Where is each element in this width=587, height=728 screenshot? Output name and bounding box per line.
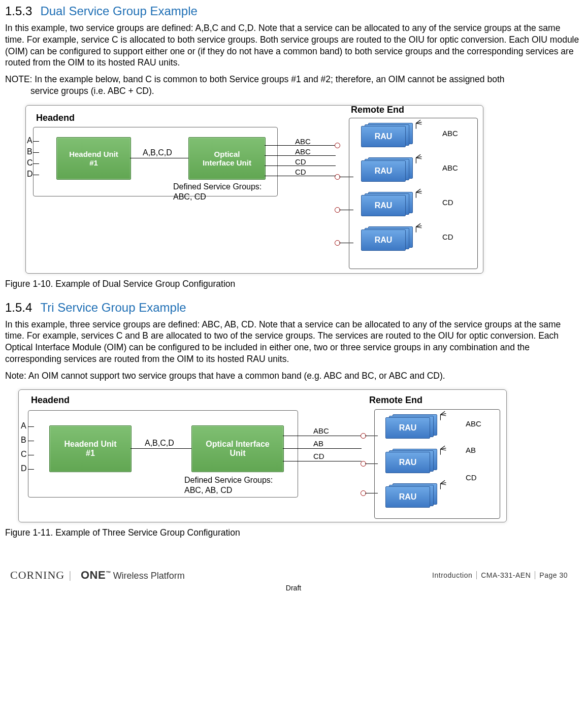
oiu-box: Optical Interface Unit (191, 425, 284, 472)
rau-label: AB (466, 446, 476, 454)
rau-label: CD (442, 198, 453, 207)
footer-section: Introduction (428, 571, 476, 579)
note-line: NOTE: In the example below, band C is co… (5, 74, 505, 84)
defined-sg-label: Defined Service Groups: ABC, CD (173, 182, 262, 202)
input-label: C (21, 450, 27, 459)
input-label: D (27, 170, 33, 179)
section-heading: 1.5.4 Tri Service Group Example (5, 301, 582, 315)
input-label: B (21, 436, 26, 445)
note-text: Note: An OIM cannot support two service … (5, 370, 582, 382)
svg-line-7 (416, 157, 421, 158)
out-label: ABC (295, 137, 311, 146)
link-label: A,B,C,D (143, 148, 172, 157)
oiu-box: Optical Interface Unit (188, 137, 266, 180)
page-footer: CORNING | ONE™ Wireless Platform Introdu… (5, 569, 582, 582)
note-line: service groups (i.e. ABC + CD). (5, 86, 154, 96)
out-label: CD (295, 168, 306, 176)
headend-label: Headend (31, 395, 70, 406)
section-number: 1.5.3 (5, 4, 32, 18)
red-connector-icon (335, 143, 340, 148)
rau-label: ABC (466, 419, 481, 428)
svg-line-3 (416, 123, 421, 124)
out-label: CD (313, 452, 324, 460)
rau-label: CD (466, 473, 477, 482)
headend-unit-box: Headend Unit #1 (56, 137, 131, 180)
figure-1-10: Headend Remote End A B C D Headend Unit … (5, 103, 582, 276)
footer-docid: CMA-331-AEN (476, 571, 535, 579)
section-heading: 1.5.3 Dual Service Group Example (5, 4, 582, 18)
brand-platform: Wireless Platform (113, 571, 185, 581)
brand-corning: CORNING (10, 569, 64, 582)
link-label: A,B,C,D (145, 439, 174, 448)
draft-label: Draft (5, 584, 582, 592)
svg-line-11 (416, 192, 421, 193)
figure-caption: Figure 1-10. Example of Dual Service Gro… (5, 279, 582, 289)
remote-end-label: Remote End (351, 105, 404, 115)
input-label: A (27, 136, 32, 145)
rau-label: ABC (442, 129, 458, 138)
svg-line-19 (440, 415, 446, 416)
rau-label: CD (442, 233, 453, 241)
out-label: AB (313, 439, 323, 448)
section-title: Tri Service Group Example (40, 301, 186, 315)
defined-sg-label: Defined Service Groups: ABC, AB, CD (184, 475, 273, 495)
footer-page: Page 30 (535, 571, 572, 579)
svg-line-15 (416, 226, 421, 227)
section-number: 1.5.4 (5, 301, 32, 315)
brand-one: ONE (81, 569, 106, 581)
body-paragraph: In this example, two service groups are … (5, 22, 582, 69)
section-title: Dual Service Group Example (40, 4, 197, 18)
svg-line-23 (440, 449, 446, 450)
headend-label: Headend (36, 113, 75, 123)
input-label: C (27, 158, 33, 168)
input-label: D (21, 464, 27, 473)
headend-unit-box: Headend Unit #1 (49, 425, 132, 472)
note-text: NOTE: In the example below, band C is co… (5, 74, 582, 97)
figure-caption: Figure 1-11. Example of Three Service Gr… (5, 527, 582, 538)
out-label: ABC (295, 147, 311, 156)
input-label: B (27, 147, 32, 156)
out-label: ABC (313, 426, 329, 435)
input-label: A (21, 421, 26, 431)
body-paragraph: In this example, three service groups ar… (5, 319, 582, 365)
footer-brand: CORNING | ONE™ Wireless Platform (10, 569, 185, 582)
rau-label: ABC (442, 163, 458, 172)
remote-end-label: Remote End (369, 395, 422, 406)
out-label: CD (295, 157, 306, 166)
figure-1-11: Headend Remote End A B C D Headend Unit … (5, 387, 582, 524)
footer-meta: Introduction CMA-331-AEN Page 30 (428, 571, 572, 579)
svg-line-27 (440, 484, 446, 485)
